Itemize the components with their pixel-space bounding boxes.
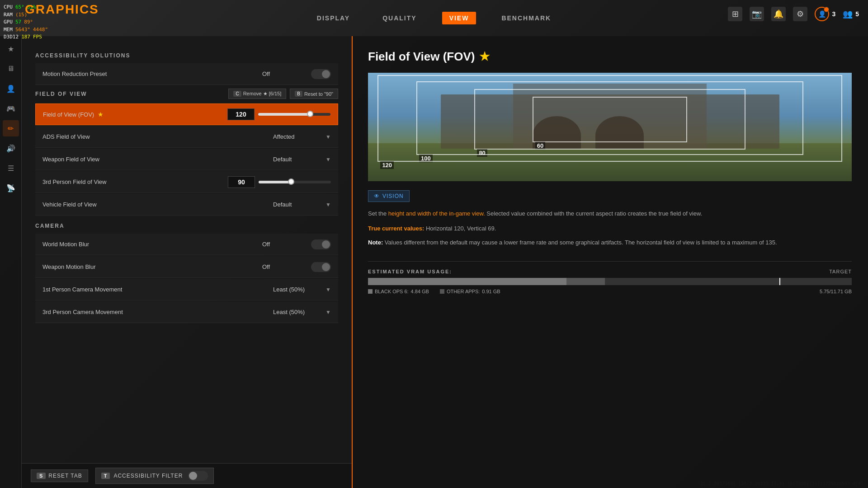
accessibility-filter-button[interactable]: T ACCESSIBILITY FILTER <box>95 468 214 484</box>
vram-bo6-legend: BLACK OPS 6: 4.84 GB <box>368 289 429 294</box>
tab-view[interactable]: VIEW <box>442 12 476 24</box>
toggle-knob-wmb <box>322 240 330 249</box>
third-person-camera-row: 3rd Person Camera Movement Least (50%) ▼ <box>35 301 338 323</box>
note-label: Note: <box>368 239 383 246</box>
sidebar-icon-person[interactable]: 👤 <box>3 80 19 97</box>
bottom-bar: S RESET TAB T ACCESSIBILITY FILTER <box>22 463 352 488</box>
camera-icon[interactable]: 📷 <box>750 7 764 21</box>
sidebar-icon-audio[interactable]: 🔊 <box>3 140 19 156</box>
first-person-camera-label: 1st Person Camera Movement <box>42 286 273 293</box>
fov-slider[interactable] <box>258 113 330 116</box>
fov-value[interactable]: 120 <box>227 108 255 120</box>
first-person-camera-arrow[interactable]: ▼ <box>326 286 331 293</box>
third-person-camera-value: Least (50%) ▼ <box>273 309 331 315</box>
weapon-motion-blur-row: Weapon Motion Blur Off <box>35 256 338 278</box>
app-title: GRAPHICS <box>25 2 99 17</box>
tab-quality[interactable]: QUALITY <box>375 12 424 24</box>
sidebar-icon-graphics[interactable]: ✏ <box>3 120 19 136</box>
ads-fov-value: Affected ▼ <box>273 133 331 140</box>
fov-label: Field of View (FOV) ★ <box>43 111 227 118</box>
right-panel-title: Field of View (FOV) ★ <box>368 50 852 64</box>
weapon-motion-blur-text: Off <box>262 263 307 270</box>
grid-icon[interactable]: ⊞ <box>728 7 742 21</box>
sidebar-icon-display[interactable]: 🖥 <box>3 61 19 77</box>
vehicle-fov-arrow[interactable]: ▼ <box>326 202 331 208</box>
vram-bar <box>368 278 852 285</box>
vram-fill-other <box>566 278 605 285</box>
reset-fov-label: Reset to "90" <box>304 91 333 97</box>
sidebar-icon-antenna[interactable]: 📡 <box>3 180 19 196</box>
fov-header: FIELD OF VIEW C Remove ★ [6/15] B Reset … <box>35 89 338 99</box>
friends-count: 5 <box>855 10 859 18</box>
weapon-fov-value: Default ▼ <box>273 156 331 163</box>
first-person-camera-text: Least (50%) <box>273 286 318 293</box>
world-motion-blur-value: Off <box>262 239 331 249</box>
fps-val: 187 <box>21 33 30 41</box>
weapon-motion-blur-label: Weapon Motion Blur <box>42 263 262 270</box>
remove-fov-button[interactable]: C Remove ★ [6/15] <box>228 89 286 99</box>
fov-box-120: 120 <box>377 75 842 162</box>
reset-fov-button[interactable]: B Reset to "90" <box>290 89 338 99</box>
reset-tab-button[interactable]: S RESET TAB <box>31 469 88 482</box>
world-motion-blur-text: Off <box>262 241 307 248</box>
right-panel-title-text: Field of View (FOV) <box>368 50 475 64</box>
gear-icon[interactable]: ⚙ <box>793 7 807 21</box>
vehicle-fov-value: Default ▼ <box>273 201 331 208</box>
remove-key: C <box>233 91 241 97</box>
d3d-label: D3D12 <box>4 33 19 41</box>
sidebar-icon-star[interactable]: ★ <box>3 41 19 57</box>
weapon-fov-row: Weapon Field of View Default ▼ <box>35 149 338 170</box>
gpu-val2: 89° <box>24 19 33 26</box>
cpu-val1: 65° <box>15 4 24 11</box>
third-person-fov-text[interactable]: 90 <box>228 176 255 188</box>
weapon-fov-label: Weapon Field of View <box>42 156 273 163</box>
left-sidebar: ★ 🖥 👤 🎮 ✏ 🔊 ☰ 📡 <box>0 36 22 488</box>
vram-target-line <box>779 278 780 285</box>
fov-row[interactable]: Field of View (FOV) ★ 120 <box>35 103 338 125</box>
vram-fill-bo6 <box>368 278 566 285</box>
user-badge[interactable]: 👤 3 <box>815 7 835 21</box>
tab-benchmark[interactable]: BENCHMARK <box>494 12 558 24</box>
badge-count: 3 <box>832 10 835 18</box>
third-person-camera-text: Least (50%) <box>273 309 318 315</box>
camera-section-title: CAMERA <box>35 223 338 229</box>
gpu-label: GPU <box>4 19 13 26</box>
right-panel-star: ★ <box>479 50 490 64</box>
motion-reduction-row: Motion Reduction Preset Off <box>35 63 338 85</box>
world-motion-blur-label: World Motion Blur <box>42 241 262 248</box>
vram-bo6-label: BLACK OPS 6: <box>375 289 409 294</box>
sidebar-icon-list[interactable]: ☰ <box>3 160 19 176</box>
highlight-text: height and width of the in-game view. <box>388 210 485 217</box>
ads-fov-text: Affected <box>273 133 318 140</box>
ads-fov-arrow[interactable]: ▼ <box>326 134 331 140</box>
accessibility-filter-toggle[interactable] <box>188 471 208 481</box>
vram-bo6-value: 4.84 GB <box>411 289 429 294</box>
true-values: True current values: Horizontal 120, Ver… <box>368 225 852 232</box>
fov-description: Set the height and width of the in-game … <box>368 209 852 219</box>
weapon-motion-blur-toggle[interactable] <box>311 262 331 272</box>
tab-display[interactable]: DISPLAY <box>310 12 357 24</box>
third-person-fov-label: 3rd Person Field of View <box>42 178 228 185</box>
toggle-knob <box>322 70 330 78</box>
mem-label: MEM <box>4 26 13 34</box>
friends-badge[interactable]: 👥 5 <box>843 9 859 19</box>
third-person-fov-slider[interactable] <box>259 181 331 183</box>
vram-total: 5.75/11.71 GB <box>820 289 852 294</box>
third-person-fov-value: 90 <box>228 176 331 188</box>
fps-unit: FPS <box>33 33 42 41</box>
weapon-fov-arrow[interactable]: ▼ <box>326 156 331 163</box>
vram-header: ESTIMATED VRAM USAGE: TARGET <box>368 269 852 274</box>
fov-buttons: C Remove ★ [6/15] B Reset to "90" <box>228 89 338 99</box>
true-values-text: Horizontal 120, Vertical 69. <box>426 225 496 232</box>
settings-panel: ACCESSIBILITY SOLUTIONS Motion Reduction… <box>22 36 352 488</box>
bell-icon[interactable]: 🔔 <box>771 7 786 21</box>
mem-val2: 4448" <box>33 26 48 34</box>
sidebar-icon-gamepad[interactable]: 🎮 <box>3 100 19 117</box>
first-person-camera-row: 1st Person Camera Movement Least (50%) ▼ <box>35 279 338 300</box>
fov-diagram: 60 80 100 120 <box>368 73 852 181</box>
third-person-camera-arrow[interactable]: ▼ <box>326 309 331 315</box>
world-motion-blur-toggle[interactable] <box>311 239 331 249</box>
reset-key: B <box>295 91 302 97</box>
motion-reduction-toggle[interactable] <box>311 69 331 79</box>
cpu-label: CPU <box>4 4 13 11</box>
